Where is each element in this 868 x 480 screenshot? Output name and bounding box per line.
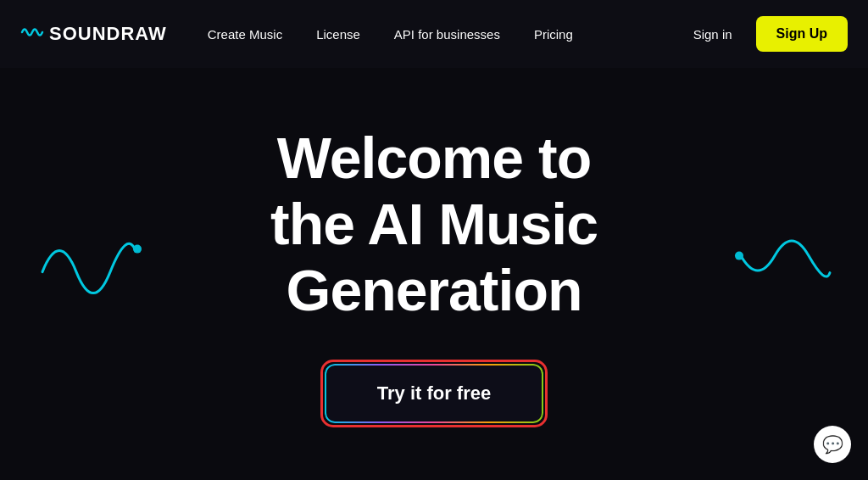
sign-in-link[interactable]: Sign in [683, 20, 743, 48]
logo[interactable]: SOUNDRAW [20, 23, 167, 45]
chat-bubble-button[interactable]: 💬 [814, 426, 851, 463]
nav-pricing[interactable]: Pricing [520, 20, 587, 48]
svg-point-1 [735, 252, 743, 260]
cta-wrapper: Try it for free [325, 364, 543, 423]
sign-up-button[interactable]: Sign Up [756, 16, 848, 52]
logo-text: SOUNDRAW [49, 23, 167, 45]
nav-license[interactable]: License [303, 20, 374, 48]
navbar: SOUNDRAW Create Music License API for bu… [0, 0, 868, 68]
svg-point-0 [133, 245, 142, 254]
nav-actions: Sign in Sign Up [683, 16, 848, 52]
chat-icon: 💬 [822, 434, 843, 455]
nav-api-businesses[interactable]: API for businesses [381, 20, 514, 48]
nav-links: Create Music License API for businesses … [194, 20, 683, 48]
wave-decoration-left [34, 221, 144, 310]
hero-section: Welcome tothe AI MusicGeneration Try it … [0, 68, 868, 480]
soundraw-logo-icon [20, 23, 44, 45]
nav-create-music[interactable]: Create Music [194, 20, 296, 48]
wave-decoration-right [732, 226, 834, 306]
hero-title: Welcome tothe AI MusicGeneration [270, 125, 598, 324]
cta-try-free-button[interactable]: Try it for free [325, 364, 543, 423]
